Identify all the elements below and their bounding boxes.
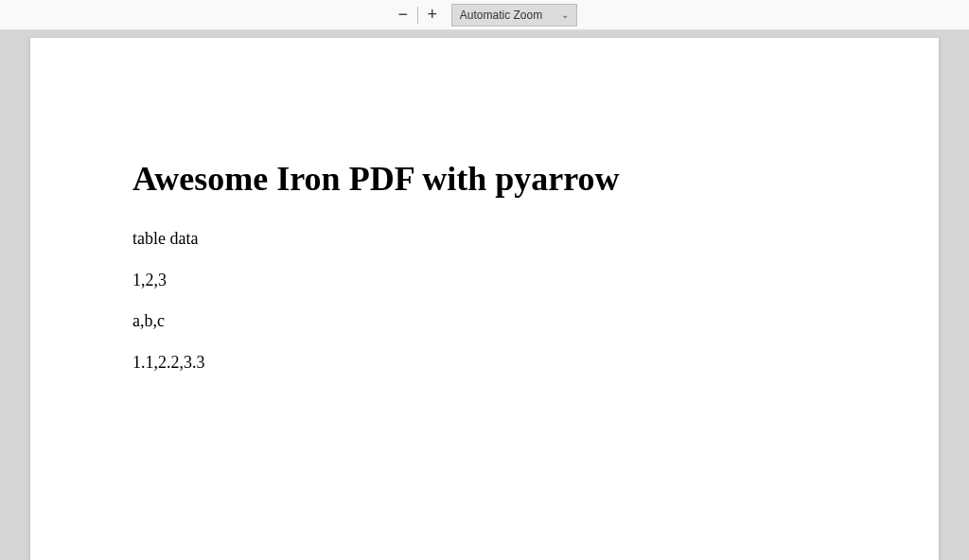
- paragraph: 1.1,2.2,3.3: [132, 353, 837, 374]
- pdf-page: Awesome Iron PDF with pyarrow table data…: [30, 38, 939, 560]
- plus-icon: +: [428, 5, 438, 25]
- paragraph: a,b,c: [132, 311, 837, 332]
- pdf-viewer-area: Awesome Iron PDF with pyarrow table data…: [0, 30, 969, 560]
- pdf-toolbar: − + Automatic Zoom ⌄: [0, 0, 969, 30]
- zoom-out-button[interactable]: −: [392, 4, 414, 26]
- paragraph: table data: [132, 229, 837, 250]
- minus-icon: −: [398, 5, 409, 25]
- chevron-down-icon: ⌄: [561, 9, 569, 20]
- page-title: Awesome Iron PDF with pyarrow: [132, 159, 837, 199]
- toolbar-divider: [417, 7, 418, 24]
- zoom-in-button[interactable]: +: [421, 4, 444, 26]
- zoom-level-label: Automatic Zoom: [460, 9, 542, 22]
- paragraph: 1,2,3: [132, 271, 837, 291]
- zoom-level-select[interactable]: Automatic Zoom ⌄: [451, 4, 577, 26]
- zoom-controls: − + Automatic Zoom ⌄: [392, 4, 577, 26]
